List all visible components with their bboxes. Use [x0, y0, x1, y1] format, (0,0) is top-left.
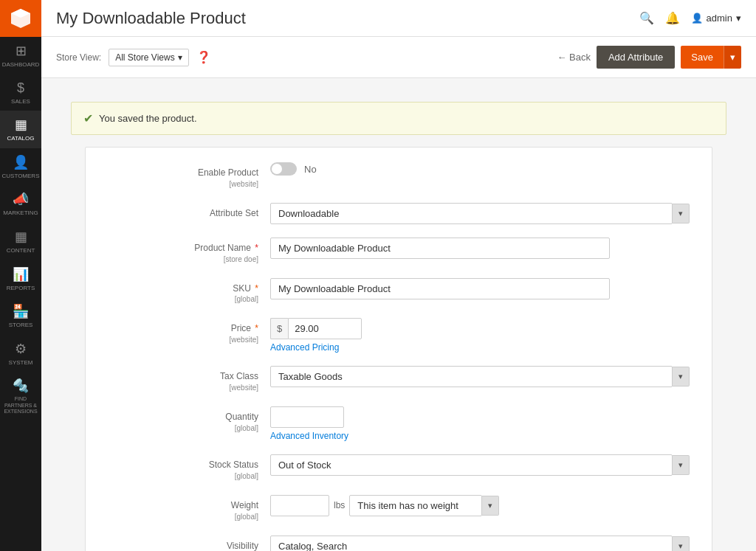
stock-status-dropdown-icon: ▾: [673, 455, 690, 475]
weight-option-dropdown-icon: ▾: [482, 496, 499, 516]
weight-row: Weight [global] lbs This item has no wei…: [108, 495, 690, 522]
store-view-dropdown-icon: ▾: [178, 52, 182, 63]
content-icon: ▦: [15, 229, 27, 245]
price-label: Price * [website]: [108, 323, 258, 345]
weight-input[interactable]: [270, 495, 329, 516]
tax-class-label: Tax Class [website]: [108, 371, 258, 393]
success-text: You saved the product.: [99, 113, 197, 124]
sidebar-item-system[interactable]: ⚙ System: [0, 335, 41, 372]
enable-product-label: Enable Product [website]: [108, 167, 258, 190]
catalog-icon: ▦: [15, 117, 27, 133]
stock-status-select-wrap: Out of Stock ▾: [270, 454, 690, 476]
header-right: 🔍 🔔 👤 admin ▾: [639, 11, 741, 25]
tax-class-select[interactable]: Taxable Goods: [270, 366, 673, 387]
sku-input[interactable]: [270, 278, 610, 299]
sku-row: SKU * [global]: [108, 278, 690, 305]
search-icon[interactable]: 🔍: [639, 11, 654, 25]
product-name-row: Product Name * [store doe]: [108, 238, 690, 265]
add-attribute-button[interactable]: Add Attribute: [597, 46, 675, 69]
success-message: ✔ You saved the product.: [71, 102, 726, 135]
advanced-pricing-link[interactable]: Advanced Pricing: [270, 342, 690, 353]
price-optional: *: [255, 323, 258, 333]
help-icon[interactable]: ❓: [196, 50, 211, 64]
dashboard-icon: ⊞: [16, 43, 27, 59]
enable-product-row: Enable Product [website] No: [108, 162, 690, 190]
sku-label: SKU * [global]: [108, 283, 258, 305]
store-view-section: Store View: All Store Views ▾ ❓: [56, 49, 211, 66]
enable-product-toggle-wrap: No: [270, 162, 690, 176]
partners-icon: 🔩: [13, 378, 29, 394]
sidebar-item-partners[interactable]: 🔩 Find Partners & Extensions: [0, 372, 41, 420]
weight-unit: lbs: [334, 500, 345, 510]
top-header: My Downloadable Product 🔍 🔔 👤 admin ▾: [41, 0, 756, 37]
product-name-label: Product Name * [store doe]: [108, 243, 258, 265]
weight-input-row: lbs This item has no weight ▾: [270, 495, 690, 516]
weight-label: Weight [global]: [108, 500, 258, 522]
page-title: My Downloadable Product: [56, 9, 246, 28]
sku-optional: *: [255, 283, 258, 294]
stores-icon: 🏪: [13, 303, 29, 319]
sidebar: ⊞ Dashboard $ Sales ▦ Catalog 👤 Customer…: [0, 0, 41, 551]
quantity-input[interactable]: [270, 406, 344, 428]
user-menu[interactable]: 👤 admin ▾: [691, 13, 741, 24]
attribute-set-row: Attribute Set Downloadable ▾: [108, 203, 690, 224]
main-content: My Downloadable Product 🔍 🔔 👤 admin ▾ St…: [41, 0, 756, 551]
customers-icon: 👤: [13, 154, 29, 170]
system-icon: ⚙: [15, 341, 27, 357]
price-input-wrap: $: [270, 318, 690, 339]
sales-icon: $: [17, 80, 24, 96]
stock-status-select[interactable]: Out of Stock: [270, 454, 673, 476]
sidebar-item-dashboard[interactable]: ⊞ Dashboard: [0, 37, 41, 74]
product-name-input[interactable]: [270, 238, 610, 259]
notifications-icon[interactable]: 🔔: [665, 11, 680, 25]
form-card: Enable Product [website] No Attribute Se…: [85, 147, 712, 551]
visibility-select-wrap: Catalog, Search ▾: [270, 536, 690, 551]
product-name-required: *: [255, 243, 258, 253]
sidebar-item-sales[interactable]: $ Sales: [0, 74, 41, 111]
success-icon: ✔: [83, 111, 93, 125]
user-icon: 👤: [691, 13, 703, 24]
back-button[interactable]: ← Back: [557, 52, 591, 63]
quantity-label: Quantity [global]: [108, 412, 258, 434]
weight-no-weight-wrap: This item has no weight ▾: [349, 495, 499, 516]
visibility-row: Visibility [store view] Catalog, Search …: [108, 536, 690, 551]
stock-status-label: Stock Status [global]: [108, 460, 258, 482]
save-dropdown-button[interactable]: ▾: [724, 46, 741, 69]
tax-class-dropdown-icon: ▾: [673, 367, 690, 387]
form-area: ✔ You saved the product. Enable Product …: [41, 78, 756, 551]
enable-product-toggle[interactable]: [270, 162, 297, 176]
weight-option-select[interactable]: This item has no weight: [349, 495, 482, 516]
visibility-dropdown-icon: ▾: [673, 536, 690, 551]
tax-class-row: Tax Class [website] Taxable Goods ▾: [108, 366, 690, 393]
sidebar-item-reports[interactable]: 📊 Reports: [0, 260, 41, 298]
attribute-set-label: Attribute Set: [210, 208, 258, 218]
save-button[interactable]: Save: [681, 46, 724, 69]
tax-class-select-wrap: Taxable Goods ▾: [270, 366, 690, 387]
sidebar-item-catalog[interactable]: ▦ Catalog: [0, 111, 41, 148]
save-button-group: Save ▾: [681, 46, 741, 69]
enable-product-value: No: [304, 164, 317, 175]
visibility-select[interactable]: Catalog, Search: [270, 536, 673, 551]
user-dropdown-icon: ▾: [736, 13, 741, 24]
sidebar-item-marketing[interactable]: 📣 Marketing: [0, 185, 41, 223]
store-view-label: Store View:: [56, 52, 101, 63]
reports-icon: 📊: [13, 266, 29, 283]
logo[interactable]: [0, 0, 41, 37]
sidebar-item-stores[interactable]: 🏪 Stores: [0, 297, 41, 335]
store-view-value: All Store Views: [115, 52, 174, 63]
action-bar: Store View: All Store Views ▾ ❓ ← Back A…: [41, 37, 756, 78]
visibility-label: Visibility [store view]: [108, 541, 258, 551]
action-buttons: ← Back Add Attribute Save ▾: [557, 46, 741, 69]
sidebar-item-content[interactable]: ▦ Content: [0, 223, 41, 260]
sidebar-item-customers[interactable]: 👤 Customers: [0, 148, 41, 186]
quantity-row: Quantity [global] Advanced Inventory: [108, 406, 690, 441]
price-symbol: $: [270, 318, 288, 339]
stock-status-row: Stock Status [global] Out of Stock ▾: [108, 454, 690, 482]
store-view-select[interactable]: All Store Views ▾: [109, 49, 188, 66]
attribute-set-select[interactable]: Downloadable: [270, 203, 673, 224]
attribute-set-select-wrap: Downloadable ▾: [270, 203, 690, 224]
advanced-inventory-link[interactable]: Advanced Inventory: [270, 431, 690, 441]
attribute-set-dropdown-icon: ▾: [673, 204, 690, 223]
username: admin: [707, 13, 732, 24]
price-input[interactable]: [288, 318, 362, 339]
